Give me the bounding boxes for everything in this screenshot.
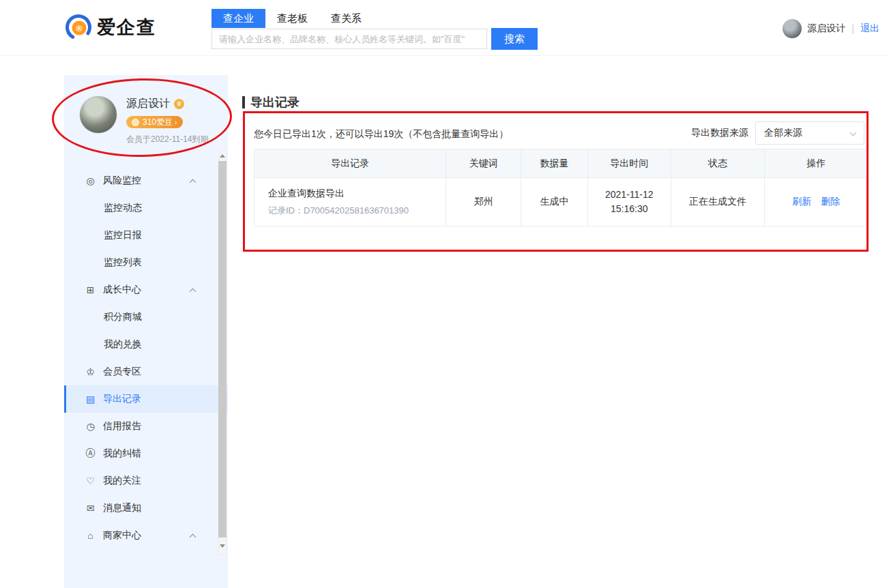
- col-keyword: 关键词: [446, 149, 521, 177]
- sidebar-item-credit-report[interactable]: ◷ 信用报告: [64, 413, 228, 440]
- sidebar-item-risk-monitoring[interactable]: ◎ 风险监控: [64, 167, 228, 194]
- sidebar: 源启设计 ♛ 310爱豆 › 会员于2022-11-14到期 ◎ 风险监控 监控…: [64, 75, 228, 588]
- sidebar-scrollbar-thumb[interactable]: [218, 161, 227, 538]
- sidebar-item-export-records[interactable]: ▤ 导出记录: [64, 385, 228, 413]
- sidebar-item-label: 信用报告: [103, 420, 141, 432]
- sidebar-item-label: 我的纠错: [103, 447, 141, 460]
- growth-icon: ⊞: [85, 284, 96, 295]
- divider: |: [851, 23, 854, 34]
- crown-icon: ♔: [85, 366, 96, 377]
- page: ® 爱企查 查企业 查老板 查关系 搜索 源启设计 | 退出 源启设计: [0, 0, 889, 588]
- top-header: ® 爱企查 查企业 查老板 查关系 搜索 源启设计 | 退出: [0, 0, 889, 56]
- search-input[interactable]: [212, 29, 487, 49]
- scrollbar-down-arrow-icon[interactable]: [220, 544, 225, 548]
- shop-icon: ⌂: [85, 530, 96, 541]
- sidebar-item-my-corrections[interactable]: Ⓐ 我的纠错: [64, 440, 228, 467]
- sidebar-item-label: 我的兑换: [104, 338, 142, 351]
- page-title: 导出记录: [242, 94, 300, 111]
- export-icon: ▤: [85, 394, 96, 405]
- sidebar-item-label: 会员专区: [103, 366, 141, 378]
- table-header-row: 导出记录 关键词 数据量 导出时间 状态 操作: [254, 149, 867, 178]
- refresh-action-link[interactable]: 刷新: [792, 196, 811, 208]
- col-export-record: 导出记录: [254, 149, 446, 177]
- sidebar-item-monitor-dynamics[interactable]: 监控动态: [64, 194, 228, 222]
- col-data-volume: 数据量: [521, 149, 588, 177]
- sidebar-item-label: 监控动态: [104, 202, 142, 214]
- export-clock-time: 15:16:30: [611, 202, 648, 216]
- export-records-table: 导出记录 关键词 数据量 导出时间 状态 操作 企业查询数据导出 记录ID：D7…: [254, 149, 868, 226]
- sidebar-item-label: 积分商城: [104, 311, 142, 323]
- logout-link[interactable]: 退出: [860, 23, 879, 35]
- vip-crown-icon: ♛: [174, 99, 184, 109]
- status-cell: 正在生成文件: [671, 178, 766, 226]
- aiqicha-logo-icon: ®: [65, 14, 92, 41]
- points-badge[interactable]: 310爱豆 ›: [126, 116, 183, 128]
- source-select[interactable]: 全部来源: [755, 121, 864, 145]
- title-bar-decoration: [242, 96, 245, 108]
- sidebar-item-label: 成长中心: [103, 284, 141, 296]
- sidebar-item-label: 我的关注: [103, 475, 141, 487]
- points-badge-label: 310爱豆: [143, 117, 173, 128]
- col-status: 状态: [671, 149, 766, 177]
- sidebar-item-my-redemptions[interactable]: 我的兑换: [64, 331, 228, 358]
- delete-action-link[interactable]: 删除: [821, 196, 840, 208]
- source-select-value: 全部来源: [764, 127, 802, 139]
- sidebar-item-my-follows[interactable]: ♡ 我的关注: [64, 467, 228, 495]
- sidebar-item-label: 风险监控: [103, 175, 141, 187]
- svg-text:®: ®: [76, 23, 83, 33]
- chevron-up-icon[interactable]: [190, 179, 196, 186]
- table-row: 企业查询数据导出 记录ID：D70054202581636701390 郑州 生…: [254, 178, 867, 226]
- search-tabs: 查企业 查老板 查关系: [212, 9, 373, 28]
- sidebar-item-label: 商家中心: [103, 529, 141, 542]
- col-actions: 操作: [765, 149, 867, 177]
- export-date: 2021-11-12: [605, 188, 654, 202]
- user-profile-card: 源启设计 ♛ 310爱豆 › 会员于2022-11-14到期: [64, 75, 228, 145]
- sidebar-item-member-zone[interactable]: ♔ 会员专区: [64, 358, 228, 385]
- user-avatar[interactable]: [783, 19, 802, 38]
- heart-icon: ♡: [85, 475, 96, 486]
- data-volume-cell: 生成中: [521, 178, 588, 226]
- sidebar-menu: ◎ 风险监控 监控动态 监控日报 监控列表 ⊞ 成长中心 积分商城: [64, 167, 228, 549]
- profile-info: 源启设计 ♛ 310爱豆 › 会员于2022-11-14到期: [126, 95, 209, 145]
- chevron-up-icon[interactable]: [190, 533, 196, 540]
- user-name[interactable]: 源启设计: [807, 23, 845, 35]
- tab-relation-search[interactable]: 查关系: [319, 9, 373, 28]
- chevron-down-icon: [850, 130, 857, 136]
- sidebar-item-label: 监控日报: [104, 229, 142, 241]
- report-icon: ◷: [85, 421, 96, 432]
- chevron-up-icon[interactable]: [190, 288, 196, 295]
- correction-icon: Ⓐ: [85, 447, 96, 460]
- record-name: 企业查询数据导出: [268, 188, 345, 200]
- sidebar-item-monitor-list[interactable]: 监控列表: [64, 249, 228, 276]
- sidebar-item-monitor-daily-report[interactable]: 监控日报: [64, 222, 228, 249]
- sidebar-item-merchant-center[interactable]: ⌂ 商家中心: [64, 522, 228, 549]
- search-bar: 搜索: [212, 28, 538, 50]
- record-id: 记录ID：D70054202581636701390: [268, 205, 409, 217]
- user-area: 源启设计 | 退出: [783, 19, 879, 38]
- search-button[interactable]: 搜索: [491, 28, 538, 50]
- sidebar-item-growth-center[interactable]: ⊞ 成长中心: [64, 276, 228, 304]
- tab-company-search[interactable]: 查企业: [212, 9, 265, 28]
- sidebar-item-label: 监控列表: [104, 256, 142, 269]
- tab-boss-search[interactable]: 查老板: [265, 9, 319, 28]
- coin-icon: [132, 119, 139, 126]
- caret-right-icon: ›: [175, 119, 177, 126]
- export-time-cell: 2021-11-12 15:16:30: [588, 178, 671, 226]
- export-source-filter: 导出数据来源 全部来源: [691, 121, 864, 145]
- brand-logo[interactable]: ® 爱企查: [65, 14, 156, 41]
- message-icon: ✉: [85, 503, 96, 514]
- export-quota-text: 您今日已导出1次，还可以导出19次（不包含批量查询导出）: [254, 128, 508, 141]
- eye-icon: ◎: [85, 175, 96, 186]
- profile-avatar[interactable]: [79, 95, 117, 134]
- filter-label: 导出数据来源: [691, 127, 748, 139]
- actions-cell: 刷新 删除: [765, 178, 867, 226]
- keyword-cell: 郑州: [446, 178, 521, 226]
- record-cell: 企业查询数据导出 记录ID：D70054202581636701390: [254, 178, 446, 226]
- sidebar-item-points-mall[interactable]: 积分商城: [64, 304, 228, 331]
- scrollbar-up-arrow-icon[interactable]: [220, 154, 225, 158]
- brand-name: 爱企查: [97, 15, 156, 40]
- sidebar-item-notifications[interactable]: ✉ 消息通知: [64, 495, 228, 522]
- sidebar-item-label: 导出记录: [103, 393, 141, 405]
- sidebar-item-label: 消息通知: [103, 502, 141, 514]
- col-export-time: 导出时间: [588, 149, 671, 177]
